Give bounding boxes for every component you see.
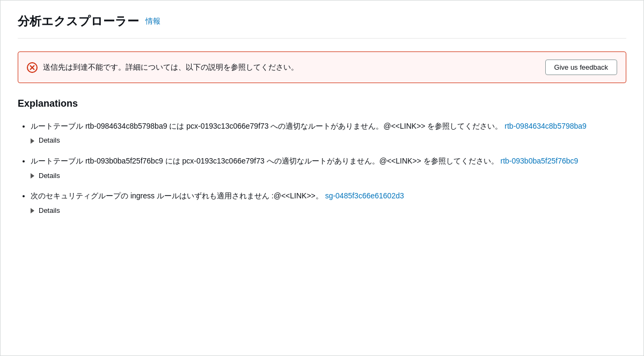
explanations-list: ルートテーブル rtb-0984634c8b5798ba9 には pcx-019… [18,120,626,217]
explanation-text-1: ルートテーブル rtb-0984634c8b5798ba9 には pcx-019… [31,120,626,132]
chevron-right-icon-2 [31,173,34,179]
list-item: ルートテーブル rtb-093b0ba5f25f76bc9 には pcx-019… [31,155,626,181]
explanations-section: Explanations ルートテーブル rtb-0984634c8b5798b… [18,98,626,217]
details-toggle-2[interactable]: Details [31,170,626,182]
details-label-3: Details [39,205,60,217]
explanation-text-3: 次のセキュリティグループの ingress ルールはいずれも適用されません :@… [31,190,626,202]
list-item: ルートテーブル rtb-0984634c8b5798ba9 には pcx-019… [31,120,626,146]
explanation-text-2: ルートテーブル rtb-093b0ba5f25f76bc9 には pcx-019… [31,155,626,167]
list-item: 次のセキュリティグループの ingress ルールはいずれも適用されません :@… [31,190,626,216]
chevron-right-icon-3 [31,208,34,213]
explanations-title: Explanations [18,98,626,109]
resource-link-1[interactable]: rtb-0984634c8b5798ba9 [504,122,587,130]
details-toggle-3[interactable]: Details [31,205,626,217]
feedback-button[interactable]: Give us feedback [545,60,617,75]
error-message: 送信先は到達不能です。詳細については、以下の説明を参照してください。 [43,63,298,72]
chevron-right-icon-1 [31,138,34,144]
details-label-1: Details [39,135,60,146]
info-link[interactable]: 情報 [145,17,160,26]
resource-link-3[interactable]: sg-0485f3c66e61602d3 [325,191,404,200]
page-header: 分析エクスプローラー 情報 [18,13,626,39]
details-label-2: Details [39,170,60,182]
error-banner: 送信先は到達不能です。詳細については、以下の説明を参照してください。 Give … [18,51,626,83]
details-toggle-1[interactable]: Details [31,135,626,146]
error-icon [27,62,38,73]
page-title: 分析エクスプローラー [18,13,139,29]
page-container: 分析エクスプローラー 情報 送信先は到達不能です。詳細については、以下の説明を参… [0,0,644,356]
error-banner-left: 送信先は到達不能です。詳細については、以下の説明を参照してください。 [27,62,298,73]
resource-link-2[interactable]: rtb-093b0ba5f25f76bc9 [501,157,579,165]
